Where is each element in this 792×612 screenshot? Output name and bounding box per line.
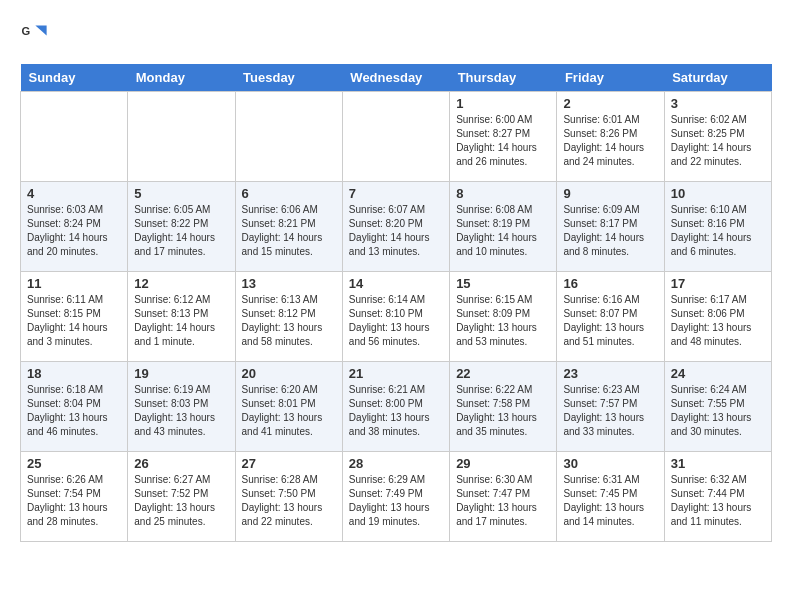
calendar-cell: 29Sunrise: 6:30 AM Sunset: 7:47 PM Dayli…	[450, 452, 557, 542]
calendar-cell: 27Sunrise: 6:28 AM Sunset: 7:50 PM Dayli…	[235, 452, 342, 542]
day-info: Sunrise: 6:08 AM Sunset: 8:19 PM Dayligh…	[456, 203, 550, 259]
calendar-cell: 8Sunrise: 6:08 AM Sunset: 8:19 PM Daylig…	[450, 182, 557, 272]
calendar-cell: 13Sunrise: 6:13 AM Sunset: 8:12 PM Dayli…	[235, 272, 342, 362]
day-info: Sunrise: 6:23 AM Sunset: 7:57 PM Dayligh…	[563, 383, 657, 439]
calendar-cell: 17Sunrise: 6:17 AM Sunset: 8:06 PM Dayli…	[664, 272, 771, 362]
calendar-week-row: 11Sunrise: 6:11 AM Sunset: 8:15 PM Dayli…	[21, 272, 772, 362]
day-info: Sunrise: 6:06 AM Sunset: 8:21 PM Dayligh…	[242, 203, 336, 259]
day-number: 8	[456, 186, 550, 201]
calendar-cell: 25Sunrise: 6:26 AM Sunset: 7:54 PM Dayli…	[21, 452, 128, 542]
day-info: Sunrise: 6:12 AM Sunset: 8:13 PM Dayligh…	[134, 293, 228, 349]
day-number: 6	[242, 186, 336, 201]
weekday-header-thursday: Thursday	[450, 64, 557, 92]
day-info: Sunrise: 6:01 AM Sunset: 8:26 PM Dayligh…	[563, 113, 657, 169]
weekday-header-saturday: Saturday	[664, 64, 771, 92]
day-info: Sunrise: 6:07 AM Sunset: 8:20 PM Dayligh…	[349, 203, 443, 259]
day-number: 1	[456, 96, 550, 111]
svg-text:G: G	[21, 25, 30, 37]
day-info: Sunrise: 6:09 AM Sunset: 8:17 PM Dayligh…	[563, 203, 657, 259]
day-number: 10	[671, 186, 765, 201]
calendar-cell: 14Sunrise: 6:14 AM Sunset: 8:10 PM Dayli…	[342, 272, 449, 362]
calendar-cell: 20Sunrise: 6:20 AM Sunset: 8:01 PM Dayli…	[235, 362, 342, 452]
day-number: 24	[671, 366, 765, 381]
calendar-cell: 9Sunrise: 6:09 AM Sunset: 8:17 PM Daylig…	[557, 182, 664, 272]
day-number: 19	[134, 366, 228, 381]
day-number: 13	[242, 276, 336, 291]
day-info: Sunrise: 6:18 AM Sunset: 8:04 PM Dayligh…	[27, 383, 121, 439]
day-number: 4	[27, 186, 121, 201]
day-number: 18	[27, 366, 121, 381]
day-info: Sunrise: 6:17 AM Sunset: 8:06 PM Dayligh…	[671, 293, 765, 349]
calendar-cell: 1Sunrise: 6:00 AM Sunset: 8:27 PM Daylig…	[450, 92, 557, 182]
calendar-cell: 4Sunrise: 6:03 AM Sunset: 8:24 PM Daylig…	[21, 182, 128, 272]
day-info: Sunrise: 6:03 AM Sunset: 8:24 PM Dayligh…	[27, 203, 121, 259]
day-number: 29	[456, 456, 550, 471]
day-info: Sunrise: 6:22 AM Sunset: 7:58 PM Dayligh…	[456, 383, 550, 439]
day-info: Sunrise: 6:31 AM Sunset: 7:45 PM Dayligh…	[563, 473, 657, 529]
calendar-table: SundayMondayTuesdayWednesdayThursdayFrid…	[20, 64, 772, 542]
day-info: Sunrise: 6:11 AM Sunset: 8:15 PM Dayligh…	[27, 293, 121, 349]
day-number: 14	[349, 276, 443, 291]
day-number: 11	[27, 276, 121, 291]
calendar-cell: 2Sunrise: 6:01 AM Sunset: 8:26 PM Daylig…	[557, 92, 664, 182]
calendar-week-row: 4Sunrise: 6:03 AM Sunset: 8:24 PM Daylig…	[21, 182, 772, 272]
calendar-cell: 7Sunrise: 6:07 AM Sunset: 8:20 PM Daylig…	[342, 182, 449, 272]
calendar-week-row: 25Sunrise: 6:26 AM Sunset: 7:54 PM Dayli…	[21, 452, 772, 542]
calendar-week-row: 18Sunrise: 6:18 AM Sunset: 8:04 PM Dayli…	[21, 362, 772, 452]
calendar-cell	[128, 92, 235, 182]
calendar-cell: 10Sunrise: 6:10 AM Sunset: 8:16 PM Dayli…	[664, 182, 771, 272]
calendar-header: SundayMondayTuesdayWednesdayThursdayFrid…	[21, 64, 772, 92]
page-header: G	[20, 20, 772, 48]
day-info: Sunrise: 6:05 AM Sunset: 8:22 PM Dayligh…	[134, 203, 228, 259]
day-info: Sunrise: 6:21 AM Sunset: 8:00 PM Dayligh…	[349, 383, 443, 439]
day-info: Sunrise: 6:28 AM Sunset: 7:50 PM Dayligh…	[242, 473, 336, 529]
calendar-cell: 6Sunrise: 6:06 AM Sunset: 8:21 PM Daylig…	[235, 182, 342, 272]
weekday-header-wednesday: Wednesday	[342, 64, 449, 92]
day-info: Sunrise: 6:30 AM Sunset: 7:47 PM Dayligh…	[456, 473, 550, 529]
day-number: 15	[456, 276, 550, 291]
day-info: Sunrise: 6:15 AM Sunset: 8:09 PM Dayligh…	[456, 293, 550, 349]
day-number: 3	[671, 96, 765, 111]
day-number: 20	[242, 366, 336, 381]
day-info: Sunrise: 6:20 AM Sunset: 8:01 PM Dayligh…	[242, 383, 336, 439]
weekday-header-friday: Friday	[557, 64, 664, 92]
calendar-cell: 30Sunrise: 6:31 AM Sunset: 7:45 PM Dayli…	[557, 452, 664, 542]
calendar-body: 1Sunrise: 6:00 AM Sunset: 8:27 PM Daylig…	[21, 92, 772, 542]
day-number: 23	[563, 366, 657, 381]
calendar-cell	[235, 92, 342, 182]
calendar-cell: 11Sunrise: 6:11 AM Sunset: 8:15 PM Dayli…	[21, 272, 128, 362]
day-number: 16	[563, 276, 657, 291]
calendar-cell: 22Sunrise: 6:22 AM Sunset: 7:58 PM Dayli…	[450, 362, 557, 452]
day-info: Sunrise: 6:10 AM Sunset: 8:16 PM Dayligh…	[671, 203, 765, 259]
day-number: 30	[563, 456, 657, 471]
calendar-cell: 24Sunrise: 6:24 AM Sunset: 7:55 PM Dayli…	[664, 362, 771, 452]
day-number: 28	[349, 456, 443, 471]
calendar-cell: 23Sunrise: 6:23 AM Sunset: 7:57 PM Dayli…	[557, 362, 664, 452]
calendar-week-row: 1Sunrise: 6:00 AM Sunset: 8:27 PM Daylig…	[21, 92, 772, 182]
day-info: Sunrise: 6:13 AM Sunset: 8:12 PM Dayligh…	[242, 293, 336, 349]
day-number: 21	[349, 366, 443, 381]
calendar-cell: 3Sunrise: 6:02 AM Sunset: 8:25 PM Daylig…	[664, 92, 771, 182]
day-info: Sunrise: 6:32 AM Sunset: 7:44 PM Dayligh…	[671, 473, 765, 529]
logo: G	[20, 20, 52, 48]
svg-marker-1	[35, 26, 46, 36]
weekday-header-row: SundayMondayTuesdayWednesdayThursdayFrid…	[21, 64, 772, 92]
weekday-header-sunday: Sunday	[21, 64, 128, 92]
day-number: 26	[134, 456, 228, 471]
day-info: Sunrise: 6:19 AM Sunset: 8:03 PM Dayligh…	[134, 383, 228, 439]
calendar-cell: 12Sunrise: 6:12 AM Sunset: 8:13 PM Dayli…	[128, 272, 235, 362]
calendar-cell: 15Sunrise: 6:15 AM Sunset: 8:09 PM Dayli…	[450, 272, 557, 362]
day-number: 27	[242, 456, 336, 471]
day-info: Sunrise: 6:14 AM Sunset: 8:10 PM Dayligh…	[349, 293, 443, 349]
day-number: 17	[671, 276, 765, 291]
logo-icon: G	[20, 20, 48, 48]
day-info: Sunrise: 6:00 AM Sunset: 8:27 PM Dayligh…	[456, 113, 550, 169]
day-number: 5	[134, 186, 228, 201]
day-number: 2	[563, 96, 657, 111]
calendar-cell: 31Sunrise: 6:32 AM Sunset: 7:44 PM Dayli…	[664, 452, 771, 542]
weekday-header-monday: Monday	[128, 64, 235, 92]
weekday-header-tuesday: Tuesday	[235, 64, 342, 92]
day-number: 7	[349, 186, 443, 201]
calendar-cell: 21Sunrise: 6:21 AM Sunset: 8:00 PM Dayli…	[342, 362, 449, 452]
calendar-cell: 28Sunrise: 6:29 AM Sunset: 7:49 PM Dayli…	[342, 452, 449, 542]
